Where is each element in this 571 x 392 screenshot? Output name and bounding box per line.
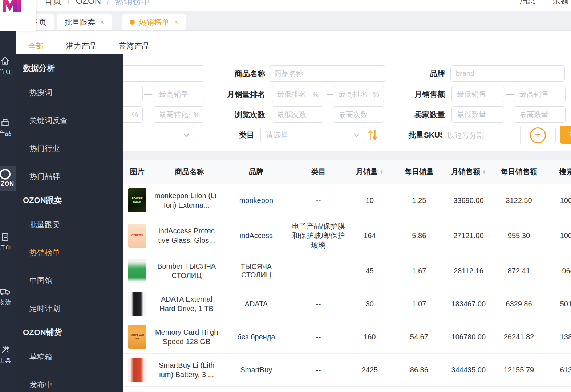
table-row[interactable]: SmartBuy Li (Lith ium) Battery, 3 ...Sma…	[122, 354, 571, 387]
product-image-cell[interactable]: СТЕКЛО	[122, 217, 153, 254]
menu-item-关键词反查[interactable]: 关键词反查	[16, 106, 123, 134]
subtab-全部[interactable]: 全部	[28, 41, 44, 51]
product-image-cell[interactable]	[122, 354, 153, 387]
chevron-down-icon	[183, 131, 190, 139]
menu-item-热销榜单[interactable]: 热销榜单	[16, 238, 123, 266]
menu-item-热门品牌[interactable]: 热门品牌	[16, 162, 123, 190]
sort-direction-icon[interactable]	[367, 129, 378, 143]
product-image[interactable]	[128, 259, 146, 283]
close-icon[interactable]: ×	[174, 18, 178, 26]
sales-max-input[interactable]	[154, 86, 204, 102]
table-row[interactable]: POWER BANKmonkepon LiIon (Li-Ion) Extern…	[122, 184, 571, 217]
product-name[interactable]: Bomber ТЫСЯЧА СТОЛИЦ	[154, 261, 219, 280]
table-row[interactable]: ADATA External Hard Drive, 1 TBADATA--30…	[122, 287, 571, 320]
revenue-max-input[interactable]	[514, 86, 566, 102]
sellers-max-field[interactable]	[514, 106, 566, 123]
sku-input[interactable]	[442, 127, 520, 144]
close-icon[interactable]: ×	[100, 18, 104, 26]
product-name-cell[interactable]: SmartBuy Li (Lith ium) Battery, 3 ...	[153, 354, 226, 387]
sellers-min-field[interactable]	[451, 106, 504, 123]
top-link[interactable]: 消息	[519, 0, 535, 7]
table-row[interactable]: Micro 128 GBMemory Card Hi gh Speed 128 …	[122, 320, 571, 354]
breadcrumb-item[interactable]: 首页	[44, 0, 62, 7]
product-name[interactable]: SmartBuy Li (Lith ium) Battery, 3 ...	[154, 360, 219, 379]
rank-max-field[interactable]: %	[333, 86, 384, 102]
product-name[interactable]: Memory Card Hi gh Speed 128 GB	[154, 327, 219, 346]
table-row[interactable]: СТЕКЛОindAccess Protec tive Glass, Glos.…	[122, 217, 571, 254]
product-image-cell[interactable]	[122, 254, 153, 287]
sellers-max-input[interactable]	[514, 106, 566, 123]
product-name[interactable]: indAccess Protec tive Glass, Glos...	[154, 226, 219, 245]
brand-field[interactable]	[450, 65, 565, 82]
search-button[interactable]: 搜索	[560, 126, 571, 144]
views-min-input[interactable]	[272, 106, 323, 123]
menu-item-中国馆[interactable]: 中国馆	[16, 266, 123, 294]
rail-item-订单[interactable]: 订单	[0, 232, 16, 252]
top-bar: 首页/OZON/热销榜单 消息余额	[0, 0, 571, 11]
rail-item-产品[interactable]: 产品	[0, 118, 16, 138]
product-image[interactable]: POWER BANK	[128, 188, 146, 212]
revenue-min-field[interactable]	[451, 86, 504, 102]
product-image-cell[interactable]: POWER BANK	[122, 184, 153, 217]
breadcrumb-item[interactable]: 热销榜单	[115, 0, 150, 7]
product-name-cell[interactable]: Wimiona Tablet, 10.1", 1024 GB	[153, 387, 226, 392]
views-max-field[interactable]	[333, 106, 384, 123]
app-logo[interactable]	[0, 0, 36, 31]
revenue-max-field[interactable]	[514, 86, 566, 102]
menu-item-草稿箱[interactable]: 草稿箱	[16, 343, 123, 371]
products-table: 图片商品名称品牌类目月销量▲▼每日销量月销售额▲▼每日销售额搜索量 POWER …	[122, 160, 571, 392]
product-image[interactable]	[128, 292, 146, 316]
tab-批量跟卖[interactable]: 批量跟卖×	[57, 14, 112, 30]
product-name-cell[interactable]: monkepon LiIon (Li-Ion) Externa...	[153, 184, 226, 217]
product-image[interactable]: Micro 128 GB	[128, 325, 146, 349]
tab-热销榜单[interactable]: 热销榜单×	[122, 14, 186, 30]
rail-item-首页[interactable]: 首页	[0, 56, 16, 76]
product-image[interactable]	[128, 358, 146, 382]
sku-field[interactable]: +	[442, 127, 556, 144]
product-name-cell[interactable]: Memory Card Hi gh Speed 128 GB	[153, 320, 226, 354]
sort-caret-icon[interactable]: ▲▼	[380, 169, 384, 174]
menu-item-热搜词[interactable]: 热搜词	[16, 78, 123, 106]
product-name-cell[interactable]: ADATA External Hard Drive, 1 TB	[153, 287, 226, 320]
tab-bar: 首页批量跟卖×热销榜单×	[24, 14, 186, 30]
column-header-月销量[interactable]: 月销量▲▼	[351, 160, 389, 184]
product-name-cell[interactable]: Bomber ТЫСЯЧА СТОЛИЦ	[153, 254, 226, 287]
menu-item-批量跟卖[interactable]: 批量跟卖	[16, 211, 123, 238]
breadcrumb-item[interactable]: OZON	[76, 0, 101, 7]
column-header-月销售额[interactable]: 月销售额▲▼	[449, 160, 488, 184]
views-min-field[interactable]	[272, 106, 323, 123]
menu-item-定时计划[interactable]: 定时计划	[16, 294, 123, 322]
product-image[interactable]: СТЕКЛО	[128, 224, 146, 248]
product-name-input[interactable]	[269, 65, 385, 82]
monthly-sales-cell: 2425	[351, 354, 389, 387]
rail-item-OZON[interactable]: OZON	[0, 166, 16, 191]
sellers-min-input[interactable]	[451, 106, 504, 123]
menu-item-发布中[interactable]: 发布中	[16, 371, 123, 392]
add-sku-button[interactable]: +	[520, 127, 555, 144]
views-max-input[interactable]	[333, 106, 384, 123]
product-name[interactable]: ADATA External Hard Drive, 1 TB	[154, 294, 219, 313]
brand-input[interactable]	[450, 65, 565, 82]
category-select[interactable]: 请选择	[260, 127, 365, 143]
product-icon	[0, 118, 16, 127]
menu-item-热门行业[interactable]: 热门行业	[16, 134, 123, 162]
rail-item-工具[interactable]: 工具	[0, 345, 16, 364]
table-row[interactable]: ПЛАНШЕТWimiona Tablet, 10.1", 1024 GBWim…	[122, 387, 571, 392]
rail-item-物流[interactable]: 物流	[0, 287, 16, 306]
percent-suffix: %	[194, 111, 200, 119]
table-row[interactable]: Bomber ТЫСЯЧА СТОЛИЦТЫСЯЧА СТОЛИЦ--451.6…	[122, 254, 571, 287]
conversion-max-field[interactable]: %	[154, 106, 204, 123]
product-image-cell[interactable]: ПЛАНШЕТ	[122, 387, 153, 392]
product-image-cell[interactable]: Micro 128 GB	[122, 320, 153, 354]
product-name-field[interactable]	[269, 65, 385, 82]
product-name-cell[interactable]: indAccess Protec tive Glass, Glos...	[153, 217, 226, 254]
sort-caret-icon[interactable]: ▲▼	[482, 169, 486, 174]
top-link[interactable]: 余额	[553, 0, 569, 7]
subtab-潜力产品[interactable]: 潜力产品	[66, 41, 97, 51]
subtab-蓝海产品[interactable]: 蓝海产品	[119, 41, 150, 51]
revenue-min-input[interactable]	[451, 86, 504, 102]
rank-min-field[interactable]: %	[272, 86, 323, 102]
sales-max-field[interactable]	[154, 86, 204, 102]
product-image-cell[interactable]	[122, 287, 153, 320]
product-name[interactable]: monkepon LiIon (Li-Ion) Externa...	[154, 191, 219, 210]
